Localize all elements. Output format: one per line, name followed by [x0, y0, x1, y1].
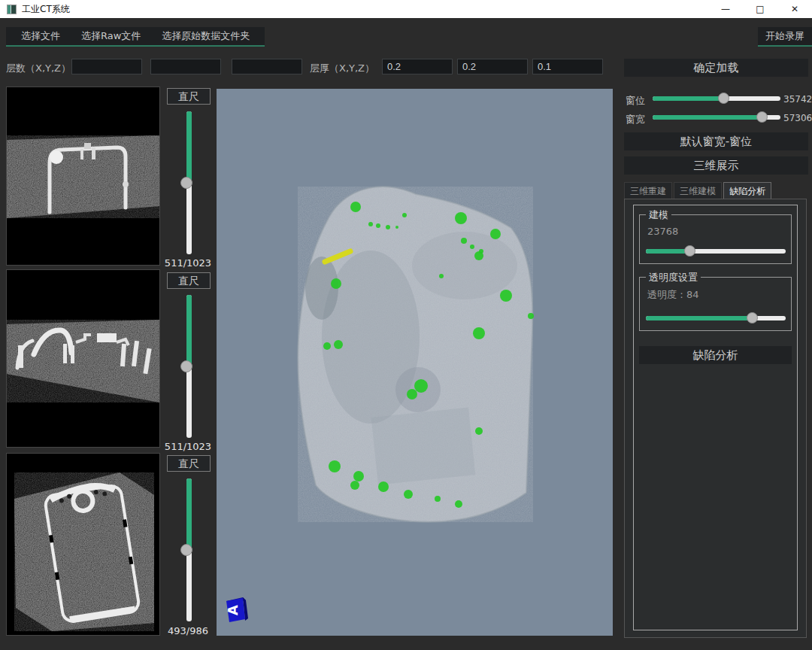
slice-slider-1[interactable]	[168, 111, 209, 254]
slider-knob[interactable]	[180, 360, 192, 372]
thickness-z-input[interactable]	[532, 59, 603, 74]
file-toolbar: 选择文件 选择Raw文件 选择原始数据文件夹	[6, 27, 265, 47]
layers-label: 层数（X,Y,Z）	[6, 62, 71, 75]
slider-fill	[186, 295, 192, 366]
thickness-y-input[interactable]	[457, 59, 528, 74]
display-3d-button[interactable]: 三维展示	[624, 156, 808, 175]
logo-letter: A	[225, 605, 241, 615]
ct-slice-image-2	[7, 270, 159, 447]
window-width-slider[interactable]	[653, 111, 780, 123]
thickness-label: 层厚（X,Y,Z）	[310, 62, 374, 75]
app-icon	[7, 5, 17, 14]
slider-fill	[186, 111, 192, 183]
ct-slice-image-3	[7, 454, 159, 635]
window-level-slider[interactable]	[653, 93, 780, 105]
slice-slider-3[interactable]	[168, 478, 209, 621]
select-raw-file-button[interactable]: 选择Raw文件	[71, 27, 151, 45]
viewport-3d[interactable]: A	[217, 89, 613, 636]
main-window: 选择文件 选择Raw文件 选择原始数据文件夹 开始录屏 层数（X,Y,Z） 层厚…	[0, 18, 812, 650]
slider-fill	[186, 478, 192, 550]
slider-knob[interactable]	[756, 111, 768, 123]
minimize-button[interactable]: —	[708, 0, 743, 18]
slider-fill	[653, 96, 723, 101]
ct-slice-image-1	[7, 87, 159, 265]
layers-y-input[interactable]	[150, 59, 221, 74]
select-file-button[interactable]: 选择文件	[11, 27, 71, 45]
pane-inner-frame	[633, 205, 798, 630]
modeling-group-title: 建模	[646, 208, 671, 222]
close-button[interactable]: ✕	[777, 0, 812, 18]
opacity-slider[interactable]	[646, 312, 786, 324]
start-record-button[interactable]: 开始录屏	[758, 27, 812, 45]
window-width-label: 窗宽	[626, 113, 651, 126]
maximize-button[interactable]: □	[743, 0, 777, 18]
slider-knob[interactable]	[718, 93, 729, 104]
ct-slice-side-view	[6, 269, 160, 448]
layers-z-input[interactable]	[232, 59, 302, 74]
slider-fill	[653, 115, 762, 120]
slider-fill	[646, 316, 752, 320]
thickness-x-input[interactable]	[382, 59, 453, 74]
ct-slice-front-view	[6, 453, 160, 636]
slice-position-2: 511/1023	[158, 441, 218, 452]
ruler-button-1[interactable]: 直尺	[167, 88, 211, 105]
layers-x-input[interactable]	[71, 59, 142, 74]
opacity-group: 透明度设置 透明度：84	[639, 277, 792, 331]
window-level-label: 窗位	[626, 94, 651, 108]
confirm-load-button[interactable]: 确定加载	[624, 59, 808, 77]
window-title: 工业CT系统	[22, 3, 70, 16]
opacity-group-title: 透明度设置	[646, 271, 701, 284]
window-width-value: 57306	[783, 113, 812, 123]
slider-knob[interactable]	[747, 312, 758, 323]
slider-knob[interactable]	[684, 245, 695, 257]
slider-knob[interactable]	[180, 544, 192, 556]
modeling-slider[interactable]	[646, 245, 786, 257]
ruler-button-3[interactable]: 直尺	[167, 455, 211, 472]
modeling-group: 建模 23768	[639, 214, 792, 264]
window-level-value: 35742	[783, 94, 812, 105]
select-raw-folder-button[interactable]: 选择原始数据文件夹	[151, 27, 260, 45]
slice-slider-2[interactable]	[168, 295, 209, 438]
record-toolbar: 开始录屏	[758, 27, 812, 47]
default-window-button[interactable]: 默认窗宽-窗位	[624, 132, 808, 150]
renderer-logo-icon: A	[223, 594, 252, 624]
slice-position-3: 493/986	[158, 625, 218, 636]
slider-fill	[646, 249, 689, 254]
modeling-value: 23768	[647, 226, 678, 237]
ct-slice-top-view	[6, 87, 160, 266]
ruler-button-2[interactable]: 直尺	[167, 272, 211, 289]
opacity-value-label: 透明度：84	[647, 288, 699, 302]
title-bar: 工业CT系统 — □ ✕	[0, 0, 812, 18]
model-3d-render	[217, 89, 613, 636]
slider-knob[interactable]	[180, 177, 192, 189]
slice-position-1: 511/1023	[158, 257, 218, 269]
defect-analysis-button[interactable]: 缺陷分析	[639, 346, 792, 364]
